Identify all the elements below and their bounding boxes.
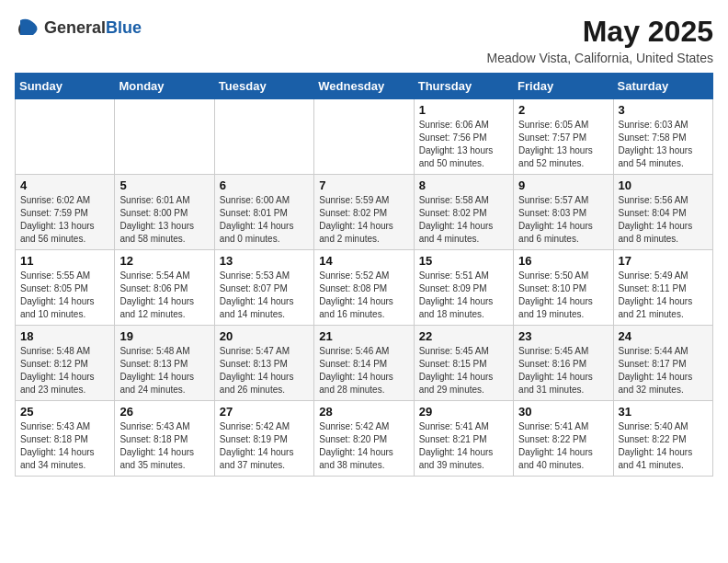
title-area: May 2025 Meadow Vista, California, Unite…	[487, 15, 713, 65]
day-number: 3	[619, 103, 708, 117]
day-info: Sunrise: 5:48 AMSunset: 8:12 PMDaylight:…	[20, 345, 109, 396]
calendar-cell: 18Sunrise: 5:48 AMSunset: 8:12 PMDayligh…	[16, 326, 115, 401]
day-info: Sunrise: 5:55 AMSunset: 8:05 PMDaylight:…	[20, 270, 109, 321]
day-info: Sunrise: 5:43 AMSunset: 8:18 PMDaylight:…	[20, 420, 109, 472]
calendar-cell: 1Sunrise: 6:06 AMSunset: 7:56 PMDaylight…	[414, 99, 513, 175]
day-number: 10	[619, 178, 708, 192]
day-info: Sunrise: 5:48 AMSunset: 8:13 PMDaylight:…	[119, 345, 209, 396]
calendar-cell: 4Sunrise: 6:02 AMSunset: 7:59 PMDaylight…	[16, 175, 115, 250]
day-number: 1	[419, 103, 508, 117]
day-number: 13	[220, 254, 309, 268]
weekday-header-row: SundayMondayTuesdayWednesdayThursdayFrid…	[16, 74, 713, 99]
calendar-cell: 31Sunrise: 5:40 AMSunset: 8:22 PMDayligh…	[613, 401, 712, 477]
day-info: Sunrise: 5:57 AMSunset: 8:03 PMDaylight:…	[518, 194, 608, 246]
day-number: 30	[518, 405, 608, 419]
day-number: 2	[518, 103, 608, 117]
calendar-cell: 21Sunrise: 5:46 AMSunset: 8:14 PMDayligh…	[314, 326, 414, 401]
day-number: 8	[419, 178, 508, 192]
day-info: Sunrise: 6:00 AMSunset: 8:01 PMDaylight:…	[220, 194, 309, 246]
day-number: 22	[419, 329, 508, 343]
day-number: 6	[220, 178, 309, 192]
day-number: 15	[419, 254, 508, 268]
day-number: 29	[419, 405, 508, 419]
calendar-cell: 2Sunrise: 6:05 AMSunset: 7:57 PMDaylight…	[514, 99, 613, 175]
day-number: 5	[119, 178, 209, 192]
day-info: Sunrise: 6:01 AMSunset: 8:00 PMDaylight:…	[119, 194, 209, 246]
calendar-cell: 24Sunrise: 5:44 AMSunset: 8:17 PMDayligh…	[613, 326, 712, 401]
calendar-week-5: 25Sunrise: 5:43 AMSunset: 8:18 PMDayligh…	[16, 401, 713, 477]
day-info: Sunrise: 5:44 AMSunset: 8:17 PMDaylight:…	[619, 345, 708, 396]
calendar-title: May 2025	[487, 15, 713, 49]
day-number: 12	[119, 254, 209, 268]
logo-general: General	[44, 18, 106, 37]
day-number: 16	[518, 254, 608, 268]
calendar-cell: 13Sunrise: 5:53 AMSunset: 8:07 PMDayligh…	[214, 250, 313, 326]
calendar-cell: 16Sunrise: 5:50 AMSunset: 8:10 PMDayligh…	[514, 250, 613, 326]
day-info: Sunrise: 6:02 AMSunset: 7:59 PMDaylight:…	[20, 194, 109, 246]
day-info: Sunrise: 6:06 AMSunset: 7:56 PMDaylight:…	[419, 119, 508, 170]
calendar-cell: 30Sunrise: 5:41 AMSunset: 8:22 PMDayligh…	[514, 401, 613, 477]
calendar-cell: 7Sunrise: 5:59 AMSunset: 8:02 PMDaylight…	[314, 175, 414, 250]
calendar-cell: 6Sunrise: 6:00 AMSunset: 8:01 PMDaylight…	[214, 175, 313, 250]
weekday-header-wednesday: Wednesday	[314, 74, 414, 99]
calendar-cell: 23Sunrise: 5:45 AMSunset: 8:16 PMDayligh…	[514, 326, 613, 401]
day-info: Sunrise: 5:42 AMSunset: 8:20 PMDaylight:…	[319, 420, 408, 472]
day-info: Sunrise: 5:56 AMSunset: 8:04 PMDaylight:…	[619, 194, 708, 246]
calendar-week-3: 11Sunrise: 5:55 AMSunset: 8:05 PMDayligh…	[16, 250, 713, 326]
calendar-cell: 25Sunrise: 5:43 AMSunset: 8:18 PMDayligh…	[16, 401, 115, 477]
calendar-cell: 17Sunrise: 5:49 AMSunset: 8:11 PMDayligh…	[613, 250, 712, 326]
day-number: 14	[319, 254, 408, 268]
day-info: Sunrise: 5:52 AMSunset: 8:08 PMDaylight:…	[319, 270, 408, 321]
day-number: 7	[319, 178, 408, 192]
weekday-header-friday: Friday	[514, 74, 613, 99]
weekday-header-monday: Monday	[115, 74, 214, 99]
day-info: Sunrise: 5:46 AMSunset: 8:14 PMDaylight:…	[319, 345, 408, 396]
calendar-cell: 11Sunrise: 5:55 AMSunset: 8:05 PMDayligh…	[16, 250, 115, 326]
day-number: 11	[20, 254, 109, 268]
calendar-cell: 20Sunrise: 5:47 AMSunset: 8:13 PMDayligh…	[214, 326, 313, 401]
calendar-cell: 29Sunrise: 5:41 AMSunset: 8:21 PMDayligh…	[414, 401, 513, 477]
day-info: Sunrise: 5:47 AMSunset: 8:13 PMDaylight:…	[220, 345, 309, 396]
day-number: 9	[518, 178, 608, 192]
weekday-header-thursday: Thursday	[414, 74, 513, 99]
calendar-cell: 19Sunrise: 5:48 AMSunset: 8:13 PMDayligh…	[115, 326, 214, 401]
calendar-week-4: 18Sunrise: 5:48 AMSunset: 8:12 PMDayligh…	[16, 326, 713, 401]
day-info: Sunrise: 6:05 AMSunset: 7:57 PMDaylight:…	[518, 119, 608, 170]
weekday-header-saturday: Saturday	[613, 74, 712, 99]
calendar-cell: 3Sunrise: 6:03 AMSunset: 7:58 PMDaylight…	[613, 99, 712, 175]
calendar-cell	[16, 99, 115, 175]
day-info: Sunrise: 5:58 AMSunset: 8:02 PMDaylight:…	[419, 194, 508, 246]
day-number: 19	[119, 329, 209, 343]
weekday-header-sunday: Sunday	[16, 74, 115, 99]
logo: GeneralBlue	[15, 15, 142, 40]
logo-blue: Blue	[106, 18, 142, 37]
day-info: Sunrise: 5:41 AMSunset: 8:22 PMDaylight:…	[518, 420, 608, 472]
calendar-cell: 9Sunrise: 5:57 AMSunset: 8:03 PMDaylight…	[514, 175, 613, 250]
day-number: 20	[220, 329, 309, 343]
day-info: Sunrise: 5:45 AMSunset: 8:15 PMDaylight:…	[419, 345, 508, 396]
day-info: Sunrise: 5:42 AMSunset: 8:19 PMDaylight:…	[220, 420, 309, 472]
day-number: 21	[319, 329, 408, 343]
calendar-cell	[115, 99, 214, 175]
day-info: Sunrise: 5:41 AMSunset: 8:21 PMDaylight:…	[419, 420, 508, 472]
calendar-cell: 22Sunrise: 5:45 AMSunset: 8:15 PMDayligh…	[414, 326, 513, 401]
header: GeneralBlue May 2025 Meadow Vista, Calif…	[15, 15, 713, 65]
calendar-cell: 12Sunrise: 5:54 AMSunset: 8:06 PMDayligh…	[115, 250, 214, 326]
day-info: Sunrise: 5:53 AMSunset: 8:07 PMDaylight:…	[220, 270, 309, 321]
day-number: 28	[319, 405, 408, 419]
calendar-cell: 5Sunrise: 6:01 AMSunset: 8:00 PMDaylight…	[115, 175, 214, 250]
day-number: 17	[619, 254, 708, 268]
calendar-cell: 28Sunrise: 5:42 AMSunset: 8:20 PMDayligh…	[314, 401, 414, 477]
day-number: 18	[20, 329, 109, 343]
day-info: Sunrise: 5:54 AMSunset: 8:06 PMDaylight:…	[119, 270, 209, 321]
calendar-week-1: 1Sunrise: 6:06 AMSunset: 7:56 PMDaylight…	[16, 99, 713, 175]
calendar-cell	[314, 99, 414, 175]
calendar-cell	[214, 99, 313, 175]
weekday-header-tuesday: Tuesday	[214, 74, 313, 99]
day-info: Sunrise: 5:51 AMSunset: 8:09 PMDaylight:…	[419, 270, 508, 321]
calendar-cell: 8Sunrise: 5:58 AMSunset: 8:02 PMDaylight…	[414, 175, 513, 250]
day-number: 27	[220, 405, 309, 419]
day-number: 4	[20, 178, 109, 192]
calendar-cell: 15Sunrise: 5:51 AMSunset: 8:09 PMDayligh…	[414, 250, 513, 326]
day-number: 25	[20, 405, 109, 419]
